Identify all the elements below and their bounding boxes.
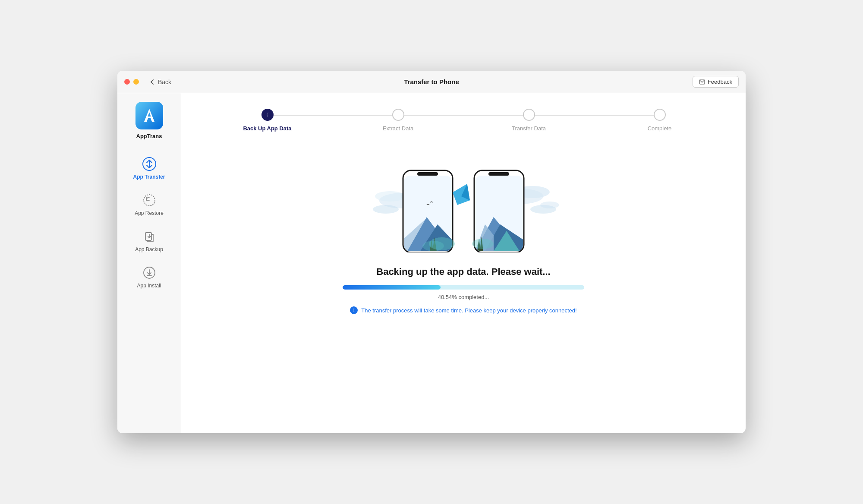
svg-point-39 bbox=[422, 241, 444, 251]
main-layout: AppTrans App Transfer bbox=[117, 93, 746, 433]
sidebar-item-app-transfer[interactable]: App Transfer bbox=[123, 152, 175, 184]
sidebar-item-app-backup[interactable]: App Backup bbox=[123, 225, 175, 257]
sidebar-item-label-app-install: App Install bbox=[137, 283, 161, 289]
svg-rect-26 bbox=[488, 172, 509, 176]
feedback-button[interactable]: Feedback bbox=[693, 76, 739, 88]
step-complete: Complete bbox=[594, 109, 725, 132]
sidebar-item-label-app-transfer: App Transfer bbox=[133, 174, 165, 180]
phones-illustration bbox=[351, 153, 576, 252]
progress-bar-container: 40.54% completed... bbox=[343, 285, 584, 306]
status-text: Backing up the app data. Please wait... bbox=[202, 266, 725, 277]
sidebar: AppTrans App Transfer bbox=[117, 93, 181, 433]
app-restore-icon bbox=[142, 193, 157, 208]
step-label-complete: Complete bbox=[648, 125, 672, 132]
step-label-backup: Back Up App Data bbox=[243, 125, 291, 132]
sidebar-item-label-app-restore: App Restore bbox=[135, 210, 164, 216]
progress-percent: 40.54% completed... bbox=[343, 294, 584, 300]
app-backup-icon bbox=[142, 229, 157, 244]
apptrans-logo-icon bbox=[141, 107, 158, 124]
step-circle-transfer bbox=[523, 109, 535, 121]
step-backup: Back Up App Data bbox=[202, 109, 333, 132]
content-area: Back Up App Data Extract Data Transfer D… bbox=[181, 93, 746, 433]
sidebar-item-label-app-backup: App Backup bbox=[135, 246, 163, 252]
back-arrow-icon bbox=[149, 79, 155, 85]
svg-point-10 bbox=[375, 191, 405, 202]
app-window: Back Transfer to Phone Feedback AppTrans bbox=[117, 71, 746, 433]
info-message-text: The transfer process will take some time… bbox=[361, 307, 576, 314]
step-label-transfer: Transfer Data bbox=[512, 125, 546, 132]
info-icon: ! bbox=[350, 306, 358, 314]
transfer-icon bbox=[142, 157, 157, 171]
info-message: ! The transfer process will take some ti… bbox=[202, 306, 725, 314]
close-button[interactable] bbox=[124, 79, 130, 85]
brand: AppTrans bbox=[135, 102, 163, 139]
step-circle-backup bbox=[261, 109, 274, 121]
back-button[interactable]: Back bbox=[149, 79, 171, 85]
backup-icon bbox=[142, 229, 157, 244]
svg-rect-15 bbox=[417, 172, 438, 176]
svg-point-35 bbox=[373, 205, 399, 214]
brand-label: AppTrans bbox=[136, 133, 162, 139]
svg-point-37 bbox=[540, 202, 559, 208]
progress-bar-track bbox=[343, 285, 584, 290]
steps-progress: Back Up App Data Extract Data Transfer D… bbox=[202, 109, 725, 132]
window-title: Transfer to Phone bbox=[404, 78, 459, 85]
back-label: Back bbox=[158, 79, 171, 85]
step-label-extract: Extract Data bbox=[383, 125, 414, 132]
mail-icon bbox=[699, 79, 705, 85]
sidebar-item-app-restore[interactable]: App Restore bbox=[123, 189, 175, 220]
install-icon bbox=[142, 265, 157, 280]
progress-bar-fill bbox=[343, 285, 441, 290]
app-transfer-icon bbox=[142, 157, 157, 171]
step-extract: Extract Data bbox=[333, 109, 463, 132]
step-transfer: Transfer Data bbox=[463, 109, 594, 132]
illustration bbox=[202, 149, 725, 252]
traffic-lights bbox=[124, 79, 139, 85]
restore-icon bbox=[142, 193, 157, 208]
app-install-icon bbox=[142, 265, 157, 280]
svg-point-40 bbox=[472, 239, 494, 249]
sidebar-item-app-install[interactable]: App Install bbox=[123, 261, 175, 293]
step-circle-extract bbox=[392, 109, 404, 121]
minimize-button[interactable] bbox=[133, 79, 139, 85]
brand-icon bbox=[135, 102, 163, 129]
step-active-icon bbox=[263, 110, 272, 119]
titlebar: Back Transfer to Phone Feedback bbox=[117, 71, 746, 93]
step-circle-complete bbox=[654, 109, 666, 121]
feedback-label: Feedback bbox=[708, 79, 732, 85]
